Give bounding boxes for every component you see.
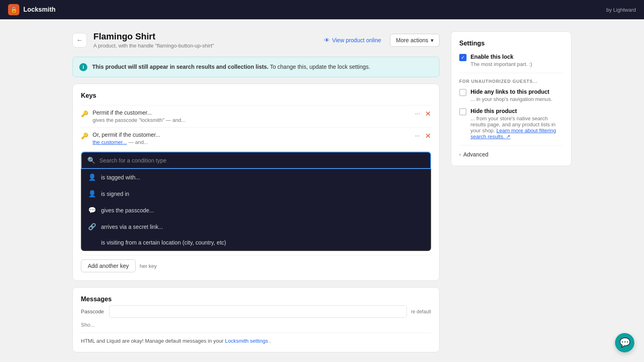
passcode-input[interactable] (109, 305, 407, 318)
messages-footer-suffix: . (270, 338, 271, 344)
key-delete-button-2[interactable]: ✕ (425, 132, 431, 140)
chat-fab-button[interactable]: 💬 (615, 333, 634, 352)
key-more-button-2[interactable]: ··· (413, 132, 423, 140)
key-content: Permit if the customer... gives the pass… (93, 109, 409, 123)
secret-link-icon: 🔗 (88, 223, 96, 230)
key-main-text-2: Or, permit if the customer... (93, 132, 409, 138)
advanced-label: Advanced (463, 151, 488, 158)
table-row: 🔑 Permit if the customer... gives the pa… (81, 105, 431, 127)
key-content-2: Or, permit if the customer... the custom… (93, 132, 409, 145)
back-button[interactable]: ← (72, 33, 87, 47)
search-input[interactable] (99, 157, 425, 164)
section-divider (459, 73, 563, 73)
enable-lock-checkbox[interactable]: ✓ (459, 54, 466, 61)
hide-product-checkbox[interactable] (459, 108, 466, 115)
hide-product-label: Hide this product (471, 108, 563, 114)
signed-in-icon: 👤 (88, 190, 96, 197)
hide-links-checkbox[interactable] (459, 89, 466, 96)
list-item[interactable]: is visiting from a certain location (cit… (82, 235, 430, 250)
chevron-down-icon: ▾ (431, 37, 433, 43)
list-item[interactable]: 🔗 arrives via a secret link... (82, 218, 430, 235)
unauthorized-heading: FOR UNAUTHORIZED GUESTS... (459, 79, 563, 84)
dropdown-item-label: is tagged with... (101, 174, 140, 181)
dropdown-item-label: gives the passcode... (101, 207, 154, 214)
enable-lock-row: ✓ Enable this lock The most important pa… (459, 53, 563, 67)
chat-icon: 💬 (619, 337, 630, 348)
messages-footer: HTML and Liquid are okay! Manage default… (81, 333, 431, 344)
hide-links-desc: ... in your shop's navigation menus. (471, 96, 552, 102)
app-branding: 🔒 Locksmith (8, 4, 56, 15)
settings-card: Settings ✓ Enable this lock The most imp… (451, 31, 572, 166)
advanced-toggle[interactable]: › Advanced (459, 151, 563, 158)
passcode-label: Passcode (81, 309, 105, 315)
search-box: 🔍 (81, 152, 431, 169)
key-sub-text: gives the passcode "locksmith" — and... (93, 117, 409, 123)
info-banner-text: This product will still appear in search… (92, 63, 370, 71)
more-actions-label: More actions (396, 37, 428, 43)
info-banner-bold: This product will still appear in search… (92, 64, 268, 70)
dropdown-list: 👤 is tagged with... 👤 is signed in 💬 giv… (81, 169, 431, 251)
hide-product-desc: ... from your store's native search resu… (471, 115, 563, 140)
key-sub-link[interactable]: the customer... (93, 139, 127, 145)
hide-links-row: Hide any links to this product ... in yo… (459, 88, 563, 102)
dropdown-item-label: arrives via a secret link... (101, 224, 163, 230)
dropdown-item-label: is signed in (101, 191, 129, 197)
right-sidebar: Settings ✓ Enable this lock The most imp… (451, 31, 572, 362)
section-divider-2 (459, 145, 563, 146)
page-title: Flamingo Shirt (93, 31, 314, 42)
locksmith-settings-link[interactable]: Locksmith settings (225, 338, 268, 344)
topbar: 🔒 Locksmith by Lightward (0, 0, 644, 19)
messages-card: Messages Passcode re default Sho... HTML… (72, 287, 440, 352)
app-name: Locksmith (23, 6, 56, 13)
key-main-text: Permit if the customer... (93, 109, 409, 116)
key-more-button[interactable]: ··· (413, 109, 423, 118)
key-actions-2: ··· ✕ (413, 132, 431, 140)
messages-title: Messages (81, 296, 431, 303)
hide-product-label-block: Hide this product ... from your store's … (471, 108, 563, 140)
header-actions: 👁 View product online More actions ▾ (320, 34, 440, 47)
tagged-with-icon: 👤 (88, 173, 96, 181)
page-header: ← Flamingo Shirt A product, with the han… (72, 31, 440, 49)
messages-more-default: re default (411, 309, 431, 315)
left-content: ← Flamingo Shirt A product, with the han… (72, 31, 440, 362)
checkbox-check-icon: ✓ (461, 55, 465, 60)
key-icon: 🔑 (81, 110, 89, 117)
hide-product-row: Hide this product ... from your store's … (459, 108, 563, 140)
enable-lock-label: Enable this lock (471, 53, 532, 60)
add-another-key-button[interactable]: Add another key (81, 259, 136, 272)
settings-title: Settings (459, 40, 563, 47)
info-banner: i This product will still appear in sear… (72, 57, 440, 77)
eye-icon: 👁 (324, 37, 330, 43)
list-item[interactable]: 👤 is signed in (82, 185, 430, 202)
add-key-section: Add another key her key (81, 255, 431, 272)
messages-footer-text: HTML and Liquid are okay! Manage default… (81, 338, 225, 344)
key-sub-text-2: the customer... — and... (93, 139, 409, 145)
key-delete-button[interactable]: ✕ (425, 109, 431, 118)
bottom-actions: Delete lock Save (72, 359, 440, 362)
key-icon-2: 🔑 (81, 132, 89, 140)
messages-show-toggle[interactable]: Sho... (81, 322, 431, 328)
brand-label: by Lightward (606, 7, 636, 13)
view-online-label: View product online (332, 37, 381, 43)
messages-row: Passcode re default (81, 305, 431, 318)
hide-links-label: Hide any links to this product (471, 88, 552, 95)
info-banner-rest: To change this, update the lock settings… (270, 64, 370, 70)
condition-search-wrapper: 🔍 👤 is tagged with... 👤 is signed in 💬 g (81, 152, 431, 251)
more-actions-button[interactable]: More actions ▾ (390, 34, 440, 47)
list-item[interactable]: 👤 is tagged with... (82, 169, 430, 185)
passcode-icon: 💬 (88, 206, 96, 214)
list-item[interactable]: 💬 gives the passcode... (82, 202, 430, 218)
enable-lock-label-block: Enable this lock The most important part… (471, 53, 532, 67)
search-icon: 🔍 (87, 156, 95, 164)
enable-lock-desc: The most important part. :) (471, 61, 532, 67)
key-actions: ··· ✕ (413, 109, 431, 118)
main-container: ← Flamingo Shirt A product, with the han… (0, 19, 644, 362)
keys-title: Keys (81, 92, 431, 99)
keys-card: Keys 🔑 Permit if the customer... gives t… (72, 84, 440, 281)
view-product-online-button[interactable]: 👁 View product online (320, 35, 385, 46)
chevron-right-icon: › (459, 152, 461, 157)
page-title-block: Flamingo Shirt A product, with the handl… (93, 31, 314, 49)
dropdown-item-label: is visiting from a certain location (cit… (101, 239, 226, 246)
key-sub-rest: — and... (128, 139, 148, 145)
table-row: 🔑 Or, permit if the customer... the cust… (81, 127, 431, 149)
